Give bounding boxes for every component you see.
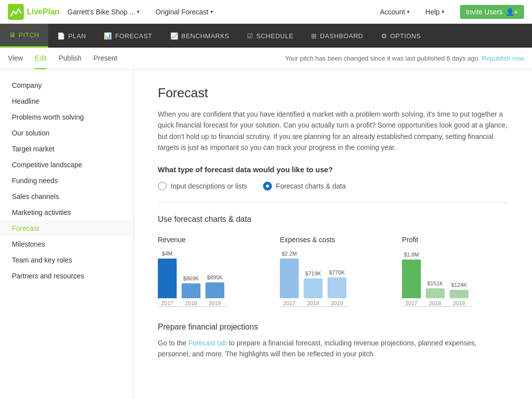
forecast-caret-icon: ▾	[210, 9, 213, 14]
sidebar: Company Headline Problems worth solving …	[0, 69, 134, 399]
profit-2018-value: $151K	[427, 280, 443, 286]
plan-tab-icon: 📄	[57, 32, 66, 40]
profit-2017-value: $1.8M	[404, 252, 419, 258]
sidebar-item-funding[interactable]: Funding needs	[0, 173, 133, 189]
account-nav[interactable]: Account ▾	[380, 8, 410, 16]
help-caret-icon: ▾	[442, 9, 444, 14]
sidebar-item-headline[interactable]: Headline	[0, 93, 133, 109]
intro-text: When you are confident that you have ide…	[158, 109, 508, 153]
profit-chart: Profit $1.8M 2017 $151K 2018 $124K	[402, 236, 508, 307]
radio-label-charts: Forecast charts & data	[276, 182, 346, 190]
revenue-2018-value: $869K	[183, 275, 199, 281]
prepare-title: Prepare financial projections	[158, 323, 508, 332]
radio-charts[interactable]: Forecast charts & data	[263, 182, 346, 191]
liveplan-logo-icon	[8, 4, 24, 20]
charts-section-title: Use forecast charts & data	[158, 215, 508, 224]
sidebar-item-solution[interactable]: Our solution	[0, 125, 133, 141]
options-tab-icon: ⚙	[381, 32, 388, 40]
profit-chart-baseline	[402, 306, 471, 307]
sidebar-item-problems[interactable]: Problems worth solving	[0, 109, 133, 125]
main-nav: 🖥 PITCH 📄 PLAN 📊 FORECAST 📈 BENCHMARKS ☑…	[0, 24, 532, 48]
revenue-bar-2017	[158, 259, 177, 298]
top-nav: LivePlan Garrett's Bike Shop ... ▾ Origi…	[0, 0, 532, 24]
profit-bar-2019	[450, 290, 468, 298]
sub-nav: View Edit Publish Present Your pitch has…	[0, 48, 532, 69]
tab-plan[interactable]: 📄 PLAN	[48, 24, 95, 48]
section-divider	[158, 202, 508, 203]
revenue-2019-value: $895K	[207, 274, 223, 280]
profit-label: Profit	[402, 236, 508, 244]
tab-pitch[interactable]: 🖥 PITCH	[0, 24, 48, 48]
invite-users-button[interactable]: Invite Users 👤+	[460, 5, 524, 19]
account-caret-icon: ▾	[407, 9, 409, 14]
profit-2019-value: $124K	[451, 282, 467, 288]
company-caret-icon: ▾	[137, 9, 139, 14]
tab-benchmarks[interactable]: 📈 BENCHMARKS	[161, 24, 238, 48]
benchmarks-tab-icon: 📈	[170, 32, 179, 40]
sidebar-item-competitive[interactable]: Competitive landscape	[0, 157, 133, 173]
dashboard-tab-icon: ⊞	[311, 32, 317, 40]
logo: LivePlan	[8, 4, 60, 20]
revenue-2019-year: 2019	[209, 300, 221, 306]
expenses-2019-value: $770K	[329, 269, 345, 275]
sidebar-item-sales[interactable]: Sales channels	[0, 189, 133, 204]
tab-forecast[interactable]: 📊 FORECAST	[95, 24, 161, 48]
page-title: Forecast	[158, 85, 508, 101]
expenses-2017-year: 2017	[283, 300, 295, 306]
tab-options[interactable]: ⚙ OPTIONS	[372, 24, 430, 48]
sidebar-item-forecast[interactable]: Forecast	[0, 220, 133, 236]
revenue-bar-2019	[205, 282, 224, 298]
logo-text: LivePlan	[27, 7, 60, 16]
expenses-2017-value: $2.2M	[282, 251, 297, 257]
revenue-chart-baseline	[158, 306, 227, 307]
subnav-view[interactable]: View	[8, 48, 23, 69]
republish-notice: Your pitch has been changed since it was…	[285, 55, 524, 62]
forecast-tab-icon: 📊	[104, 32, 112, 40]
sidebar-item-marketing[interactable]: Marketing activities	[0, 204, 133, 220]
company-name-nav[interactable]: Garrett's Bike Shop ... ▾	[67, 8, 140, 16]
expenses-2018-year: 2018	[307, 300, 319, 306]
expenses-chart-baseline	[280, 306, 349, 307]
pitch-tab-icon: 🖥	[9, 31, 16, 39]
expenses-bar-2017	[280, 259, 299, 298]
profit-bar-2018	[426, 288, 445, 298]
main-content: Forecast When you are confident that you…	[134, 69, 532, 399]
forecast-name-nav[interactable]: Original Forecast ▾	[155, 8, 213, 16]
revenue-bar-2018	[182, 283, 200, 298]
expenses-2019-year: 2019	[331, 300, 343, 306]
tab-dashboard[interactable]: ⊞ DASHBOARD	[302, 24, 372, 48]
revenue-chart: Revenue $4M 2017 $869K 2018 $895K	[158, 236, 264, 307]
sidebar-item-team[interactable]: Team and key roles	[0, 252, 133, 268]
expenses-chart: Expenses & costs $2.2M 2017 $719K 2018 $…	[280, 236, 386, 307]
forecast-type-radio-group: Input descriptions or lists Forecast cha…	[158, 182, 508, 191]
forecast-tab-link[interactable]: Forecast tab	[188, 339, 227, 347]
help-nav[interactable]: Help ▾	[425, 8, 444, 16]
republish-link[interactable]: Republish now	[482, 55, 524, 62]
sidebar-item-milestones[interactable]: Milestones	[0, 236, 133, 252]
revenue-2017-value: $4M	[162, 251, 172, 257]
expenses-label: Expenses & costs	[280, 236, 386, 244]
person-plus-icon: 👤+	[506, 8, 518, 16]
profit-2019-year: 2019	[453, 300, 465, 306]
forecast-question: What type of forecast data would you lik…	[158, 165, 508, 174]
expenses-bar-2018	[304, 278, 323, 298]
subnav-publish[interactable]: Publish	[59, 48, 81, 69]
subnav-present[interactable]: Present	[93, 48, 117, 69]
revenue-2017-year: 2017	[161, 300, 173, 306]
profit-bar-2017	[402, 260, 421, 298]
revenue-label: Revenue	[158, 236, 264, 244]
sidebar-item-target[interactable]: Target market	[0, 141, 133, 157]
prepare-text: Go to the Forecast tab to prepare a fina…	[158, 337, 508, 360]
sidebar-item-company[interactable]: Company	[0, 77, 133, 93]
svg-rect-0	[8, 4, 24, 20]
page-layout: Company Headline Problems worth solving …	[0, 69, 532, 399]
radio-descriptions[interactable]: Input descriptions or lists	[158, 182, 247, 191]
sidebar-item-partners[interactable]: Partners and resources	[0, 268, 133, 284]
expenses-bar-2019	[328, 277, 346, 298]
subnav-edit[interactable]: Edit	[35, 48, 47, 69]
expenses-2018-value: $719K	[305, 270, 321, 276]
tab-schedule[interactable]: ☑ SCHEDULE	[238, 24, 302, 48]
profit-2017-year: 2017	[405, 300, 417, 306]
charts-container: Revenue $4M 2017 $869K 2018 $895K	[158, 236, 508, 307]
revenue-2018-year: 2018	[185, 300, 197, 306]
